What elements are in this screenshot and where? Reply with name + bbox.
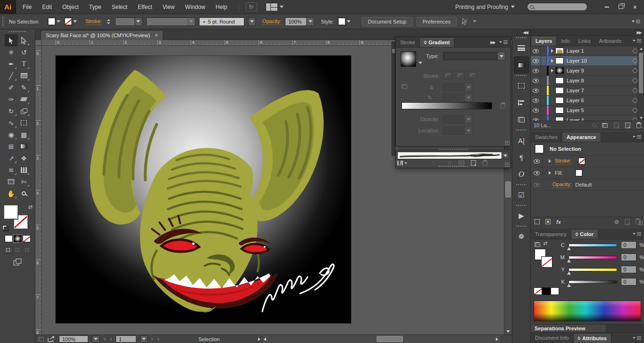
gradient-location-dropdown[interactable] — [443, 126, 472, 135]
layer-name[interactable]: Layer 1 — [567, 48, 633, 54]
locate-object-icon[interactable] — [592, 123, 596, 127]
fill-proxy[interactable] — [4, 205, 18, 219]
panel-menu-icon[interactable] — [632, 232, 641, 236]
stroke-weight-field[interactable] — [115, 17, 142, 26]
menu-type[interactable]: Type — [89, 4, 101, 10]
style-swatch[interactable] — [338, 17, 346, 25]
chevron-down-icon[interactable] — [497, 52, 505, 60]
layer-target-icon[interactable] — [633, 68, 637, 73]
scroll-down-icon[interactable] — [640, 117, 643, 119]
brush-libraries-icon[interactable] — [397, 161, 408, 165]
dock-grip[interactable] — [516, 129, 527, 131]
zoom-tool[interactable] — [17, 188, 30, 199]
scrollbar-thumb[interactable] — [376, 336, 403, 342]
scroll-up-icon[interactable] — [640, 48, 643, 50]
artboard-dropdown-icon[interactable] — [140, 335, 148, 343]
rotate-tool[interactable]: ↻ — [5, 105, 17, 117]
layer-row[interactable]: Layer 8 — [531, 76, 644, 86]
chevron-down-icon[interactable] — [306, 18, 314, 25]
pen-tool[interactable]: ✒ — [5, 58, 17, 70]
collapse-panel-icon[interactable]: ▶▶ — [490, 40, 495, 45]
scroll-down-icon[interactable] — [504, 328, 512, 335]
scroll-right-icon[interactable] — [493, 335, 501, 343]
gradient-aspect-dropdown[interactable] — [443, 93, 472, 102]
expand-layer-icon[interactable] — [549, 69, 555, 73]
yellow-slider[interactable] — [569, 268, 617, 271]
resize-grip[interactable] — [505, 140, 510, 145]
workspace-switcher[interactable]: Printing and Proofing — [455, 4, 515, 10]
draw-behind-button[interactable] — [13, 246, 22, 253]
panel-menu-icon[interactable] — [499, 41, 508, 44]
close-button[interactable]: × — [628, 2, 642, 12]
share-icon[interactable] — [48, 336, 55, 342]
resize-grip[interactable] — [638, 220, 643, 225]
brush-dropdown-icon[interactable] — [248, 17, 256, 26]
magenta-slider[interactable] — [569, 256, 617, 259]
symbol-sprayer-tool[interactable]: ≋ — [5, 164, 17, 176]
document-setup-button[interactable]: Document Setup — [362, 17, 413, 26]
slider-thumb[interactable] — [567, 284, 571, 287]
stroke-none-swatch[interactable] — [578, 157, 585, 165]
next-artboard-icon[interactable] — [151, 337, 154, 341]
layer-row[interactable]: Layer 6 — [531, 96, 644, 106]
menu-view[interactable]: View — [163, 4, 175, 10]
chevron-down-icon[interactable] — [134, 18, 142, 25]
brush-preview-row[interactable] — [397, 152, 509, 159]
restore-button[interactable] — [614, 2, 628, 12]
chevron-down-icon[interactable] — [473, 20, 477, 23]
chevron-down-icon[interactable] — [73, 20, 77, 23]
tab-color[interactable]: ◊ Color — [571, 229, 598, 239]
add-new-stroke-icon[interactable] — [535, 219, 540, 224]
shape-builder-tool[interactable]: ◉ — [5, 129, 17, 140]
appearance-stroke-link[interactable]: Stroke: — [555, 158, 571, 164]
stroke-panel-icon[interactable] — [514, 40, 529, 57]
eraser-tool[interactable] — [17, 93, 30, 105]
preferences-button[interactable]: Preferences — [417, 17, 457, 26]
visibility-toggle[interactable] — [531, 179, 543, 190]
pencil-tool[interactable]: ✎ — [17, 82, 30, 93]
selection-options-icon[interactable] — [460, 18, 469, 25]
black-slider[interactable] — [569, 280, 617, 284]
actions-panel-icon[interactable]: ▶ — [514, 207, 529, 224]
gradient-type-dropdown[interactable] — [443, 52, 505, 60]
tab-layers[interactable]: Layers — [531, 36, 557, 46]
gradient-preview-swatch[interactable] — [401, 51, 416, 67]
layer-name[interactable]: Layer 7 — [567, 88, 633, 93]
white-chip[interactable] — [551, 287, 559, 295]
menu-window[interactable]: Window — [185, 4, 205, 10]
panel-grip[interactable] — [8, 31, 26, 33]
visibility-toggle[interactable] — [531, 86, 541, 95]
fill-swatch[interactable] — [48, 17, 56, 25]
stroke-link[interactable]: Stroke: — [85, 18, 102, 25]
transform-panel-icon[interactable] — [514, 77, 529, 94]
layer-name[interactable]: Layer 5 — [567, 107, 633, 113]
layer-thumbnail[interactable] — [555, 77, 564, 84]
screen-mode-button[interactable] — [0, 259, 35, 265]
resize-grip[interactable] — [505, 162, 510, 167]
slider-value[interactable]: 0 — [621, 266, 637, 273]
make-clipping-mask-icon[interactable] — [602, 123, 608, 128]
dock-grip[interactable] — [516, 204, 527, 206]
appearance-stroke-row[interactable]: Stroke: — [531, 155, 644, 167]
mesh-tool[interactable]: ⊞ — [5, 140, 17, 152]
zoom-dropdown-icon[interactable] — [92, 335, 100, 343]
slider-value[interactable]: 0 — [621, 253, 637, 261]
layer-name[interactable]: Layer 6 — [567, 98, 633, 103]
horizontal-scrollbar[interactable] — [260, 335, 501, 343]
column-graph-tool[interactable] — [17, 164, 30, 176]
color-button[interactable] — [5, 235, 13, 242]
visibility-toggle[interactable] — [531, 56, 541, 65]
visibility-toggle[interactable] — [531, 167, 543, 179]
visibility-toggle[interactable] — [531, 115, 541, 121]
panel-menu-icon[interactable] — [632, 336, 641, 340]
stroke-color-control[interactable] — [64, 17, 77, 25]
stroke-weight-stepper[interactable] — [106, 19, 111, 24]
layer-target-icon[interactable] — [633, 98, 637, 103]
opacity-field[interactable]: 100% — [285, 17, 314, 26]
navigator-panel-icon[interactable]: ☸ — [514, 228, 529, 245]
layer-row[interactable]: Layer 1 — [531, 46, 644, 56]
gradient-slider[interactable] — [401, 102, 492, 109]
last-artboard-icon[interactable] — [158, 337, 160, 341]
tab-artboards[interactable]: Artboards — [595, 36, 626, 46]
dock-grip[interactable] — [516, 184, 527, 186]
